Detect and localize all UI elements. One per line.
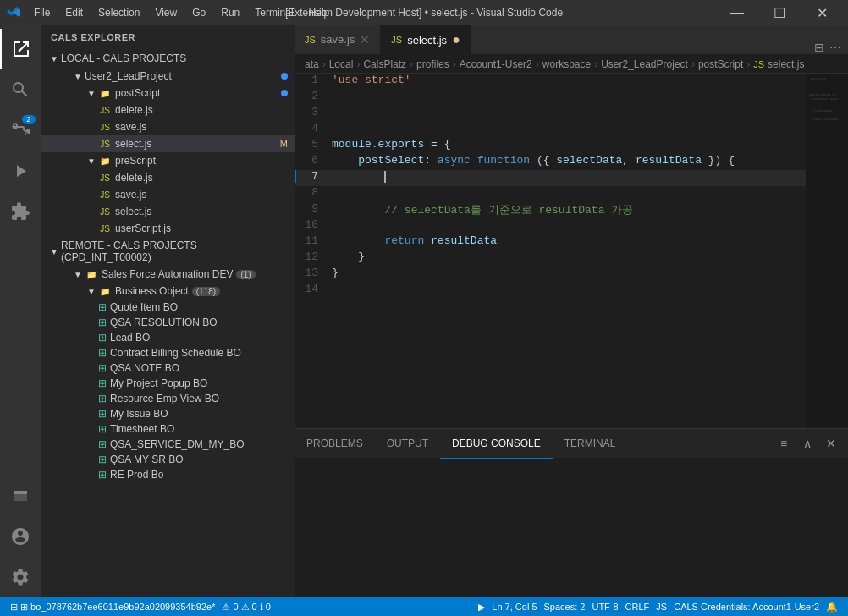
activity-account[interactable] — [0, 516, 41, 557]
sidebar-content[interactable]: ▼ LOCAL - CALS PROJECTS ▼ User2_LeadProj… — [41, 49, 295, 597]
bo-item-timesheet[interactable]: ⊞ Timesheet BO — [41, 421, 295, 437]
code-line-9: 9 // selectData를 기준으로 resultData 가공 — [295, 202, 806, 218]
file-pre-userscript-js[interactable]: JS userScript.js — [41, 220, 295, 237]
activity-search[interactable] — [0, 69, 41, 110]
menu-go[interactable]: Go — [185, 5, 212, 20]
bc-postscript[interactable]: postScript — [698, 58, 743, 70]
bo-item-qsa-service-dm[interactable]: ⊞ QSA_SERVICE_DM_MY_BO — [41, 437, 295, 452]
tab-label: select.js — [407, 34, 447, 47]
bc-project[interactable]: User2_LeadProject — [601, 58, 688, 70]
tab-output[interactable]: OUTPUT — [375, 429, 440, 459]
js-file-icon: JS — [98, 103, 112, 117]
bo-item-resource-emp[interactable]: ⊞ Resource Emp View BO — [41, 391, 295, 406]
bo-item-qsa-resolution[interactable]: ⊞ QSA RESOLUTION BO — [41, 315, 295, 330]
activity-explorer[interactable] — [0, 29, 41, 69]
file-post-select-js[interactable]: JS select.js M — [41, 135, 295, 152]
activity-remote[interactable] — [0, 476, 41, 516]
split-editor-icon[interactable]: ⊟ — [814, 41, 824, 54]
panel-layout-icon[interactable]: ≡ — [774, 433, 794, 454]
tab-problems[interactable]: PROBLEMS — [295, 429, 375, 459]
project-label: User2_LeadProject — [85, 70, 172, 82]
bc-sep: › — [322, 58, 326, 70]
language-status[interactable]: JS — [653, 597, 670, 616]
project-modified-dot — [281, 73, 288, 80]
maximize-button[interactable]: ☐ — [760, 0, 799, 25]
folder-label: postScript — [115, 87, 160, 99]
folder-business-object[interactable]: ▼ 📁 Business Object (118) — [41, 283, 295, 300]
tab-select-js[interactable]: JS select.js ● — [381, 25, 471, 54]
code-editor[interactable]: 1 'use strict' 2 3 4 5 module.expor — [295, 74, 806, 428]
encoding-status[interactable]: UTF-8 — [588, 597, 621, 616]
minimize-button[interactable]: — — [718, 0, 757, 25]
cursor-position-status[interactable]: Ln 7, Col 5 — [488, 597, 540, 616]
folder-icon: 📁 — [98, 154, 112, 168]
menu-run[interactable]: Run — [214, 5, 246, 20]
bo-item-quote[interactable]: ⊞ Quote Item BO — [41, 300, 295, 315]
local-section-header[interactable]: ▼ LOCAL - CALS PROJECTS — [41, 49, 295, 68]
error-status[interactable]: ⚠ 0 ⚠ 0 ℹ 0 — [218, 597, 273, 616]
panel-collapse-icon[interactable]: ∧ — [797, 433, 818, 454]
bo-item-my-project[interactable]: ⊞ My Project Popup BO — [41, 376, 295, 391]
activity-bar: 2 — [0, 25, 41, 597]
more-actions-icon[interactable]: ⋯ — [829, 41, 841, 54]
tab-debug-console[interactable]: DEBUG CONSOLE — [440, 429, 553, 459]
editor-panel: JS save.js ✕ JS select.js ● ⊟ ⋯ ata › Lo… — [295, 25, 848, 597]
js-file-icon: JS — [98, 171, 112, 184]
panel-close-icon[interactable]: ✕ — [821, 433, 841, 454]
bc-account[interactable]: Account1-User2 — [460, 58, 532, 70]
code-line-5: 5 module.exports = { — [295, 138, 806, 154]
js-tab-icon: JS — [391, 35, 402, 45]
bo-item-lead[interactable]: ⊞ Lead BO — [41, 330, 295, 345]
project-user2-leadproject[interactable]: ▼ User2_LeadProject — [41, 68, 295, 85]
activity-extensions[interactable] — [0, 191, 41, 232]
activity-settings[interactable] — [0, 557, 41, 597]
file-pre-delete-js[interactable]: JS delete.js — [41, 169, 295, 186]
indentation-status[interactable]: Spaces: 2 — [541, 597, 589, 616]
bo-item-qsa-note[interactable]: ⊞ QSA NOTE BO — [41, 360, 295, 376]
file-post-save-js[interactable]: JS save.js — [41, 118, 295, 135]
menu-edit[interactable]: Edit — [58, 5, 90, 20]
bo-item-qsa-my-sr[interactable]: ⊞ QSA MY SR BO — [41, 452, 295, 467]
run-status[interactable]: ▶ — [475, 597, 488, 616]
bc-calsplatz[interactable]: CalsPlatz — [363, 58, 406, 70]
bc-selectjs[interactable]: select.js — [768, 58, 804, 70]
folder-postscript[interactable]: ▼ 📁 postScript — [41, 85, 295, 102]
tab-terminal[interactable]: TERMINAL — [553, 429, 628, 459]
code-line-13: 13 } — [295, 267, 806, 283]
indentation-label: Spaces: 2 — [544, 602, 586, 612]
activity-run-debug[interactable] — [0, 151, 41, 191]
menu-view[interactable]: View — [148, 5, 184, 20]
file-pre-select-js[interactable]: JS select.js — [41, 203, 295, 220]
close-button[interactable]: ✕ — [802, 0, 841, 25]
code-line-6: 6 postSelect: async function ({ selectDa… — [295, 154, 806, 170]
notification-status[interactable]: 🔔 — [823, 597, 841, 616]
cals-credentials-status[interactable]: CALS Credentials: Account1-User2 — [670, 597, 823, 616]
code-line-10: 10 — [295, 218, 806, 234]
file-post-delete-js[interactable]: JS delete.js — [41, 102, 295, 118]
bo-item-re-prod[interactable]: ⊞ RE Prod Bo — [41, 467, 295, 482]
remote-section-header[interactable]: ▼ REMOTE - CALS PROJECTS (CPD_INT_T00002… — [41, 237, 295, 266]
tab-save-js[interactable]: JS save.js ✕ — [295, 25, 381, 54]
bo-icon: ⊞ — [98, 377, 107, 389]
remote-status[interactable]: ⊞ ⊞ bo_078762b7ee6011e9b92a02099354b92e* — [7, 597, 218, 616]
bc-profiles[interactable]: profiles — [416, 58, 449, 70]
line-ending-status[interactable]: CRLF — [622, 597, 653, 616]
bc-data[interactable]: ata — [305, 58, 319, 70]
bo-item-my-issue[interactable]: ⊞ My Issue BO — [41, 406, 295, 421]
bc-local[interactable]: Local — [329, 58, 354, 70]
bc-js-icon: JS — [753, 59, 764, 69]
bo-item-contract-billing[interactable]: ⊞ Contract Billing Schedule BO — [41, 345, 295, 360]
bc-workspace[interactable]: workspace — [542, 58, 591, 70]
activity-source-control[interactable]: 2 — [0, 110, 41, 151]
code-line-1: 1 'use strict' — [295, 74, 806, 90]
menu-selection[interactable]: Selection — [91, 5, 146, 20]
vscode-logo-icon — [7, 6, 20, 19]
folder-prescript[interactable]: ▼ 📁 preScript — [41, 152, 295, 169]
project-salesforce[interactable]: ▼ 📁 Sales Force Automation DEV (1) — [41, 266, 295, 283]
tab-bar: JS save.js ✕ JS select.js ● ⊟ ⋯ — [295, 25, 848, 55]
menu-file[interactable]: File — [27, 5, 57, 20]
file-pre-save-js[interactable]: JS save.js — [41, 186, 295, 203]
file-label: delete.js — [115, 104, 153, 116]
remote-section: ▼ REMOTE - CALS PROJECTS (CPD_INT_T00002… — [41, 237, 295, 482]
tab-close-icon[interactable]: ✕ — [360, 33, 370, 47]
